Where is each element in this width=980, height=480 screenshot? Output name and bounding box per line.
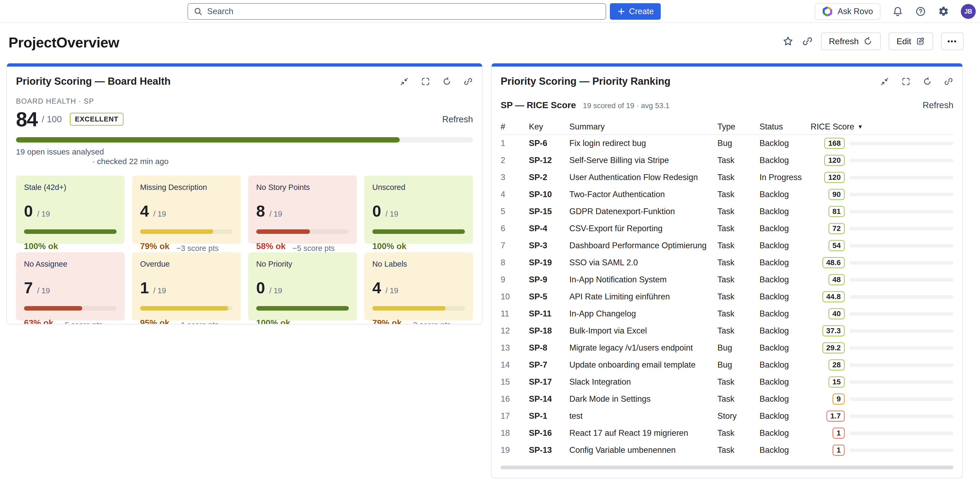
column-header-rank[interactable]: # bbox=[501, 122, 529, 132]
page-refresh-button[interactable]: Refresh bbox=[821, 32, 881, 50]
gadget-link-button[interactable] bbox=[463, 77, 473, 86]
row-type: Task bbox=[718, 156, 759, 165]
reset-gadget-button[interactable] bbox=[442, 77, 452, 86]
table-row[interactable]: 11SP-11In-App ChangelogTaskBacklog40 bbox=[501, 305, 953, 322]
metric-bar-track bbox=[372, 230, 465, 234]
edit-button[interactable]: Edit bbox=[889, 32, 933, 50]
analysed-summary: 19 open issues analysed bbox=[16, 147, 473, 156]
notifications-button[interactable] bbox=[892, 6, 903, 17]
fullscreen-gadget-button[interactable] bbox=[901, 77, 911, 86]
board-health-kicker: BOARD HEALTH · SP bbox=[16, 97, 473, 105]
table-row[interactable]: 9SP-9In-App Notification SystemTaskBackl… bbox=[501, 271, 953, 288]
more-icon: ••• bbox=[948, 37, 957, 46]
board-health-panel: Priority Scoring — Board Health BOARD HE… bbox=[6, 63, 482, 324]
metric-count: 8 bbox=[256, 202, 265, 220]
minimize-gadget-button[interactable] bbox=[399, 77, 409, 86]
row-status: Backlog bbox=[759, 292, 811, 301]
priority-ranking-title: Priority Scoring — Priority Ranking bbox=[501, 76, 671, 87]
board-health-refresh-link[interactable]: Refresh bbox=[442, 114, 473, 124]
more-actions-button[interactable]: ••• bbox=[941, 32, 964, 50]
row-rank: 11 bbox=[501, 309, 529, 319]
row-rank: 6 bbox=[501, 224, 529, 233]
row-type: Task bbox=[718, 445, 759, 455]
ask-rovo-button[interactable]: Ask Rovo bbox=[815, 3, 880, 20]
row-rank: 14 bbox=[501, 360, 529, 370]
table-row[interactable]: 16SP-14Dark Mode in SettingsTaskBacklog9 bbox=[501, 391, 953, 408]
metric-bar-fill bbox=[372, 306, 445, 311]
global-search[interactable] bbox=[188, 3, 606, 20]
row-type: Task bbox=[718, 394, 759, 404]
table-row[interactable]: 19SP-13Config Variable umbenennenTaskBac… bbox=[501, 442, 953, 459]
rice-score-bar-track bbox=[850, 415, 953, 418]
gadget-link-button[interactable] bbox=[944, 77, 953, 86]
link-icon bbox=[944, 77, 953, 86]
row-rank: 1 bbox=[501, 139, 529, 148]
metric-pct-label: 100% ok bbox=[256, 318, 290, 324]
row-summary: Two-Factor Authentication bbox=[570, 190, 718, 199]
page-title: ProjectOverview bbox=[8, 34, 119, 51]
board-health-title: Priority Scoring — Board Health bbox=[16, 76, 171, 87]
table-row[interactable]: 7SP-3Dashboard Performance OptimierungTa… bbox=[501, 237, 953, 254]
search-icon bbox=[193, 6, 203, 16]
column-header-rice-score[interactable]: RICE Score▼ bbox=[811, 122, 953, 132]
row-type: Story bbox=[718, 411, 759, 421]
table-row[interactable]: 1SP-6Fix login redirect bugBugBacklog168 bbox=[501, 135, 953, 152]
search-input[interactable] bbox=[207, 6, 600, 16]
create-button[interactable]: Create bbox=[610, 3, 661, 20]
table-row[interactable]: 10SP-5API Rate Limiting einführenTaskBac… bbox=[501, 288, 953, 305]
row-status: Backlog bbox=[759, 190, 811, 199]
ranking-refresh-link[interactable]: Refresh bbox=[923, 100, 953, 110]
fullscreen-gadget-button[interactable] bbox=[421, 77, 430, 86]
table-row[interactable]: 3SP-2User Authentication Flow RedesignTa… bbox=[501, 169, 953, 186]
health-score-value: 84 bbox=[16, 108, 38, 131]
row-type: Bug bbox=[718, 343, 759, 353]
row-status: Backlog bbox=[759, 139, 811, 148]
column-header-key[interactable]: Key bbox=[529, 122, 570, 132]
horizontal-scrollbar[interactable] bbox=[501, 466, 953, 469]
table-row[interactable]: 17SP-1testStoryBacklog1.7 bbox=[501, 408, 953, 424]
rice-score-bar-track bbox=[850, 448, 953, 452]
minimize-gadget-button[interactable] bbox=[880, 77, 889, 86]
column-header-summary[interactable]: Summary bbox=[570, 122, 718, 132]
fullscreen-icon bbox=[901, 77, 911, 86]
fullscreen-icon bbox=[421, 77, 430, 86]
table-row[interactable]: 15SP-17Slack IntegrationTaskBacklog15 bbox=[501, 373, 953, 391]
row-type: Task bbox=[718, 224, 759, 233]
row-status: Backlog bbox=[759, 445, 811, 455]
row-summary: CSV-Export für Reporting bbox=[570, 224, 718, 233]
column-header-status[interactable]: Status bbox=[759, 122, 811, 132]
settings-button[interactable] bbox=[938, 6, 949, 17]
metric-bar-fill bbox=[256, 230, 310, 234]
table-row[interactable]: 13SP-8Migrate legacy /v1/users endpointB… bbox=[501, 340, 953, 356]
row-rank: 10 bbox=[501, 292, 529, 301]
favorite-button[interactable] bbox=[782, 35, 794, 47]
row-status: Backlog bbox=[759, 360, 811, 370]
reset-gadget-button[interactable] bbox=[923, 77, 932, 86]
metric-count: 7 bbox=[24, 279, 33, 297]
table-row[interactable]: 14SP-7Update onboarding email templateBu… bbox=[501, 356, 953, 373]
row-type: Task bbox=[718, 172, 759, 182]
rice-score-badge: 37.3 bbox=[822, 325, 845, 336]
copy-link-button[interactable] bbox=[802, 36, 813, 47]
table-row[interactable]: 6SP-4CSV-Export für ReportingTaskBacklog… bbox=[501, 220, 953, 237]
table-row[interactable]: 12SP-18Bulk-Import via ExcelTaskBacklog3… bbox=[501, 322, 953, 340]
metric-pct-label: 100% ok bbox=[24, 241, 58, 251]
help-button[interactable] bbox=[915, 6, 926, 17]
edit-pencil-icon bbox=[916, 37, 925, 46]
row-rank: 18 bbox=[501, 428, 529, 438]
row-type: Task bbox=[718, 275, 759, 284]
sort-descending-icon: ▼ bbox=[858, 124, 863, 130]
last-checked-text: · checked 22 min ago bbox=[92, 157, 473, 166]
table-row[interactable]: 4SP-10Two-Factor AuthenticationTaskBackl… bbox=[501, 186, 953, 203]
table-row[interactable]: 8SP-19SSO via SAML 2.0TaskBacklog48.6 bbox=[501, 254, 953, 271]
user-avatar[interactable]: JB bbox=[961, 4, 976, 19]
table-row[interactable]: 18SP-16React 17 auf React 19 migrierenTa… bbox=[501, 424, 953, 442]
rice-score-bar-track bbox=[850, 295, 953, 298]
rice-score-bar-track bbox=[850, 261, 953, 265]
table-row[interactable]: 2SP-12Self-Serve Billing via StripeTaskB… bbox=[501, 152, 953, 169]
minimize-icon bbox=[399, 77, 409, 86]
row-summary: API Rate Limiting einführen bbox=[570, 292, 718, 301]
table-row[interactable]: 5SP-15GDPR Datenexport-FunktionTaskBackl… bbox=[501, 203, 953, 220]
column-header-type[interactable]: Type bbox=[718, 122, 759, 132]
rice-score-bar-track bbox=[850, 363, 953, 367]
